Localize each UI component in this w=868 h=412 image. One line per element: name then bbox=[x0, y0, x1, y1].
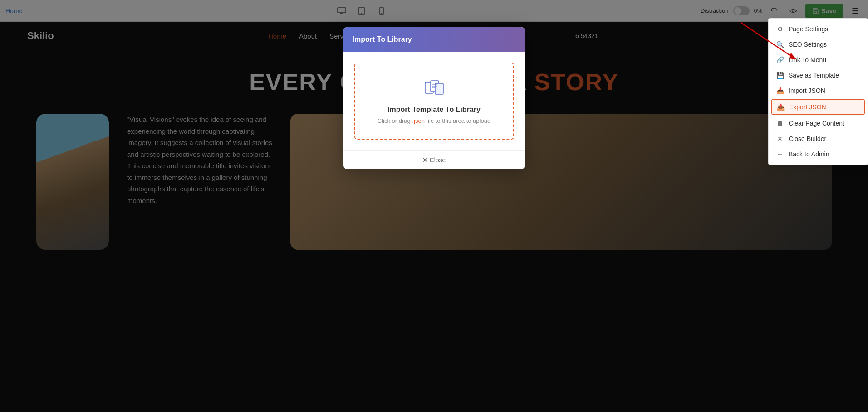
seo-settings-label: SEO Settings bbox=[789, 41, 827, 48]
dropdown-seo-settings[interactable]: 🔍 SEO Settings bbox=[769, 37, 868, 52]
modal-footer: ✕ Close bbox=[343, 150, 525, 169]
upload-hint-prefix: Click or drag bbox=[378, 117, 412, 124]
dropdown-page-settings[interactable]: ⚙ Page Settings bbox=[769, 21, 868, 37]
dropdown-link-to-menu[interactable]: 🔗 Link To Menu bbox=[769, 52, 868, 68]
dropdown-save-template[interactable]: 💾 Save as Template bbox=[769, 68, 868, 83]
link-to-menu-label: Link To Menu bbox=[789, 56, 826, 63]
modal-overlay: Import To Library Import Template To Lib… bbox=[0, 0, 868, 412]
export-json-label: Export JSON bbox=[789, 103, 826, 111]
import-json-icon: 📥 bbox=[776, 87, 784, 94]
modal-close-button[interactable]: ✕ Close bbox=[422, 156, 446, 164]
page-settings-icon: ⚙ bbox=[776, 25, 784, 33]
clear-page-icon: 🗑 bbox=[776, 120, 784, 127]
upload-hint-json: .json bbox=[412, 117, 424, 124]
upload-area[interactable]: Import Template To Library Click or drag… bbox=[354, 63, 514, 140]
modal-title: Import To Library bbox=[353, 35, 412, 43]
clear-page-label: Clear Page Content bbox=[789, 120, 844, 127]
upload-icon bbox=[364, 78, 504, 100]
export-json-icon: 📤 bbox=[776, 103, 785, 111]
import-json-label: Import JSON bbox=[789, 87, 825, 94]
close-builder-label: Close Builder bbox=[789, 135, 826, 142]
dropdown-back-to-admin[interactable]: ← Back to Admin bbox=[769, 146, 868, 162]
seo-settings-icon: 🔍 bbox=[776, 41, 784, 48]
back-admin-icon: ← bbox=[776, 150, 784, 158]
import-modal: Import To Library Import Template To Lib… bbox=[343, 27, 525, 169]
dropdown-export-json[interactable]: 📤 Export JSON bbox=[771, 99, 865, 115]
dropdown-menu: ⚙ Page Settings 🔍 SEO Settings 🔗 Link To… bbox=[768, 18, 868, 165]
upload-title: Import Template To Library bbox=[364, 106, 504, 114]
save-template-icon: 💾 bbox=[776, 72, 784, 79]
dropdown-close-builder[interactable]: ✕ Close Builder bbox=[769, 131, 868, 146]
upload-hint-suffix: file to this area to upload bbox=[425, 117, 490, 124]
modal-header: Import To Library bbox=[343, 27, 525, 52]
link-menu-icon: 🔗 bbox=[776, 56, 784, 63]
back-to-admin-label: Back to Admin bbox=[789, 150, 829, 158]
close-builder-icon: ✕ bbox=[776, 135, 784, 142]
page-settings-label: Page Settings bbox=[789, 25, 828, 33]
save-template-label: Save as Template bbox=[789, 72, 839, 79]
svg-rect-12 bbox=[435, 83, 443, 94]
modal-body: Import Template To Library Click or drag… bbox=[343, 52, 525, 150]
dropdown-clear-page[interactable]: 🗑 Clear Page Content bbox=[769, 116, 868, 131]
upload-hint: Click or drag .json file to this area to… bbox=[364, 117, 504, 124]
dropdown-import-json[interactable]: 📥 Import JSON bbox=[769, 83, 868, 98]
